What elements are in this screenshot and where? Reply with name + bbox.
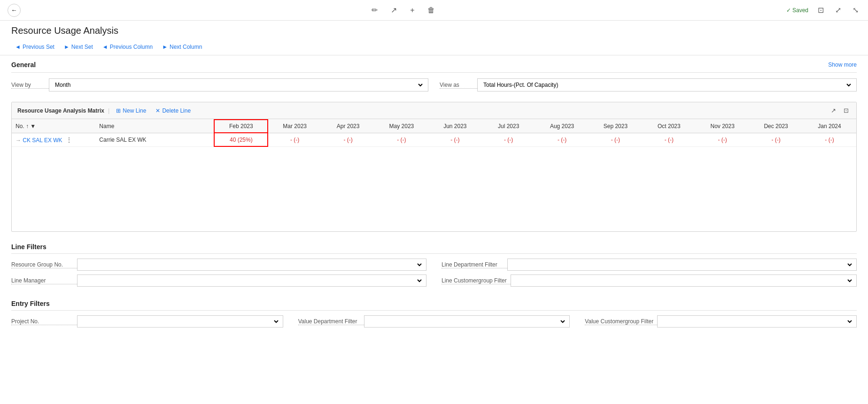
open-icon: ⤢ — [835, 6, 841, 15]
view-by-select[interactable]: Month — [49, 78, 428, 91]
saved-status: ✓ Saved — [786, 7, 808, 14]
resource-group-label: Resource Group No. — [11, 261, 77, 268]
next-column-icon: ► — [162, 44, 168, 50]
top-bar: ← ✏ ↗ + 🗑 ✓ Saved ⊡ ⤢ ⤡ — [0, 0, 868, 21]
back-button[interactable]: ← — [8, 4, 21, 17]
line-manager-select[interactable] — [77, 274, 426, 287]
matrix-expand-button[interactable]: ⊡ — [842, 105, 851, 116]
view-by-dropdown[interactable]: Month — [53, 81, 424, 89]
matrix-empty-area — [12, 147, 856, 231]
value-customer-field: Value Customergroup Filter — [585, 315, 857, 328]
prev-column-button[interactable]: ◄ Previous Column — [99, 42, 156, 52]
nav-bar: ◄ Previous Set ► Next Set ◄ Previous Col… — [0, 39, 868, 55]
back-icon: ← — [11, 7, 17, 14]
line-filters-row2: Line Manager Line Customergroup Filter — [11, 274, 857, 287]
top-bar-center: ✏ ↗ + 🗑 — [370, 4, 437, 16]
value-customer-dropdown[interactable] — [660, 318, 853, 325]
entry-filters-row1: Project No. Value Department Filter Valu… — [11, 315, 857, 328]
view-settings-row: View by Month View as Total Hours-(Pct. … — [11, 78, 857, 91]
cell-name: Carrie SAL EX WK — [95, 133, 214, 146]
delete-button[interactable]: 🗑 — [426, 4, 437, 16]
col-may2023: May 2023 — [375, 120, 428, 133]
view-by-label: View by — [11, 82, 49, 89]
col-sep2023: Sep 2023 — [589, 120, 643, 133]
open-new-button[interactable]: ⤢ — [833, 4, 843, 16]
matrix-title: Resource Usage Analysis Matrix — [17, 107, 104, 114]
cell-sep2023: - (-) — [589, 133, 643, 146]
table-header-row: No. ↑ ▼ Name Feb 2023 Mar 2023 Apr 2023 … — [12, 120, 856, 133]
matrix-toolbar-right: ↗ ⊡ — [829, 105, 851, 116]
line-customer-select[interactable] — [511, 274, 857, 287]
top-bar-left: ← — [8, 4, 21, 17]
matrix-share-icon: ↗ — [831, 107, 836, 114]
separator: | — [108, 107, 109, 114]
cell-no: → CK SAL EX WK ⋮ — [12, 133, 95, 146]
matrix-toolbar: Resource Usage Analysis Matrix | ⊞ New L… — [12, 102, 856, 119]
line-dept-select[interactable] — [507, 259, 857, 271]
cell-nov2023: - (-) — [696, 133, 749, 146]
cell-apr2023: - (-) — [321, 133, 375, 146]
prev-set-label: Previous Set — [23, 44, 54, 50]
value-customer-select[interactable] — [657, 315, 857, 328]
line-filters-section: Line Filters Resource Group No. Line Dep… — [0, 239, 868, 296]
value-dept-select[interactable] — [364, 315, 570, 328]
line-customer-field: Line Customergroup Filter — [442, 274, 857, 287]
resource-group-dropdown[interactable] — [80, 261, 423, 268]
edit-button[interactable]: ✏ — [370, 4, 380, 16]
view-as-label: View as — [440, 82, 477, 89]
matrix-toolbar-left: Resource Usage Analysis Matrix | ⊞ New L… — [17, 107, 194, 115]
line-dept-field: Line Department Filter — [442, 259, 857, 271]
line-filters-row1: Resource Group No. Line Department Filte… — [11, 259, 857, 271]
view-as-select[interactable]: Total Hours-(Pct. Of Capacity) — [477, 78, 857, 91]
resource-group-select[interactable] — [77, 259, 426, 271]
value-dept-dropdown[interactable] — [367, 318, 567, 325]
expand-button[interactable]: ⤡ — [851, 4, 860, 16]
col-nov2023: Nov 2023 — [696, 120, 749, 133]
project-no-dropdown[interactable] — [80, 318, 280, 325]
matrix-expand-icon: ⊡ — [844, 107, 849, 114]
project-no-select[interactable] — [77, 315, 283, 328]
project-no-field: Project No. — [11, 315, 283, 328]
value-dept-field: Value Department Filter — [298, 315, 570, 328]
add-button[interactable]: + — [408, 4, 416, 16]
edit-icon: ✏ — [372, 6, 378, 15]
row-no-link[interactable]: CK SAL EX WK — [23, 137, 62, 144]
line-dept-dropdown[interactable] — [511, 261, 853, 268]
table-row: → CK SAL EX WK ⋮ Carrie SAL EX WK 40 (25… — [12, 133, 856, 146]
col-no: No. ↑ ▼ — [12, 120, 95, 133]
general-title: General — [11, 61, 36, 69]
line-manager-field: Line Manager — [11, 274, 426, 287]
page-title: Resource Usage Analysis — [0, 21, 868, 39]
cell-jun2023: - (-) — [428, 133, 482, 146]
new-line-button[interactable]: ⊞ New Line — [113, 107, 149, 115]
prev-column-icon: ◄ — [102, 44, 108, 50]
line-filters-title: Line Filters — [11, 243, 857, 254]
col-oct2023: Oct 2023 — [642, 120, 696, 133]
next-set-button[interactable]: ► Next Set — [60, 42, 97, 52]
cell-mar2023: - (-) — [268, 133, 321, 146]
matrix-share-button[interactable]: ↗ — [829, 105, 838, 116]
bookmark-button[interactable]: ⊡ — [816, 4, 826, 16]
line-customer-dropdown[interactable] — [514, 277, 853, 284]
share-button[interactable]: ↗ — [389, 4, 399, 16]
matrix-table: No. ↑ ▼ Name Feb 2023 Mar 2023 Apr 2023 … — [12, 119, 856, 147]
delete-line-icon: ✕ — [155, 107, 160, 114]
col-jun2023: Jun 2023 — [428, 120, 482, 133]
next-set-label: Next Set — [71, 44, 93, 50]
prev-set-button[interactable]: ◄ Previous Set — [11, 42, 58, 52]
top-bar-right: ✓ Saved ⊡ ⤢ ⤡ — [786, 4, 860, 16]
cell-oct2023: - (-) — [642, 133, 696, 146]
col-mar2023: Mar 2023 — [268, 120, 321, 133]
next-column-button[interactable]: ► Next Column — [158, 42, 206, 52]
delete-icon: 🗑 — [427, 6, 435, 15]
view-as-dropdown[interactable]: Total Hours-(Pct. Of Capacity) — [481, 81, 852, 89]
line-manager-dropdown[interactable] — [80, 277, 423, 284]
resource-group-field: Resource Group No. — [11, 259, 426, 271]
view-by-field: View by Month — [11, 78, 428, 91]
col-jul2023: Jul 2023 — [482, 120, 535, 133]
project-no-label: Project No. — [11, 318, 77, 325]
row-options-button[interactable]: ⋮ — [64, 136, 74, 144]
delete-line-button[interactable]: ✕ Delete Line — [153, 107, 194, 115]
col-jan2024: Jan 2024 — [803, 120, 856, 133]
show-more-button[interactable]: Show more — [828, 61, 857, 68]
